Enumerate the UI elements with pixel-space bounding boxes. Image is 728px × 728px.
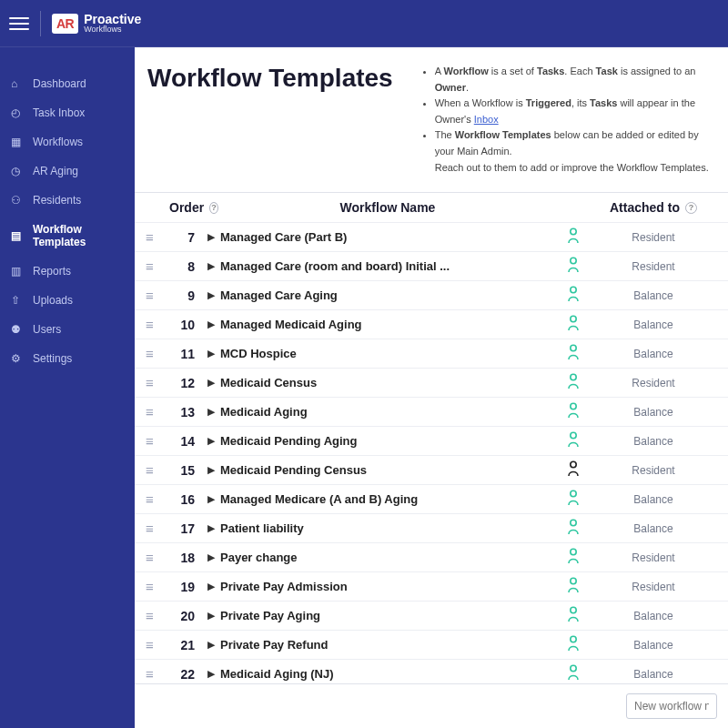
drag-handle-icon[interactable]: ≡ bbox=[146, 288, 169, 303]
col-order-label: Order bbox=[169, 200, 204, 215]
drag-handle-icon[interactable]: ≡ bbox=[146, 579, 169, 594]
resident-badge-icon bbox=[557, 344, 590, 363]
sidebar-item-residents[interactable]: ⚇Residents bbox=[0, 186, 135, 215]
svg-point-3 bbox=[571, 316, 576, 321]
resident-badge-icon bbox=[557, 519, 590, 538]
drag-handle-icon[interactable]: ≡ bbox=[146, 258, 169, 274]
sidebar-item-task-inbox[interactable]: ◴Task Inbox bbox=[0, 98, 135, 127]
workflow-name[interactable]: Managed Care (Part B) bbox=[220, 230, 557, 244]
resident-badge-icon bbox=[557, 431, 590, 450]
table-row: ≡14▶Medicaid Pending AgingBalance bbox=[135, 426, 728, 455]
sidebar-item-uploads[interactable]: ⇧Uploads bbox=[0, 286, 135, 315]
expand-toggle[interactable]: ▶ bbox=[202, 348, 220, 359]
workflow-name[interactable]: Managed Care (room and board) Initial ..… bbox=[220, 259, 557, 273]
expand-toggle[interactable]: ▶ bbox=[202, 551, 220, 563]
attached-to: Resident bbox=[590, 551, 717, 564]
drag-handle-icon[interactable]: ≡ bbox=[146, 404, 169, 420]
clock-icon: ◷ bbox=[11, 165, 24, 177]
workflow-name[interactable]: Patient liability bbox=[220, 521, 557, 535]
drag-handle-icon[interactable]: ≡ bbox=[146, 317, 169, 332]
menu-toggle[interactable] bbox=[9, 14, 29, 34]
expand-toggle[interactable]: ▶ bbox=[202, 493, 220, 505]
intro-text: A Workflow is a set of Tasks. Each Task … bbox=[420, 64, 715, 176]
svg-point-7 bbox=[571, 432, 576, 438]
expand-toggle[interactable]: ▶ bbox=[202, 668, 220, 680]
sidebar-item-label: Reports bbox=[33, 265, 71, 278]
sidebar-item-settings[interactable]: ⚙Settings bbox=[0, 344, 135, 373]
expand-toggle[interactable]: ▶ bbox=[202, 231, 220, 243]
drag-handle-icon[interactable]: ≡ bbox=[146, 491, 169, 507]
expand-toggle[interactable]: ▶ bbox=[202, 406, 220, 418]
inbox-link[interactable]: Inbox bbox=[474, 114, 499, 125]
resident-badge-icon bbox=[557, 548, 590, 567]
expand-toggle[interactable]: ▶ bbox=[202, 581, 220, 592]
drag-handle-icon[interactable]: ≡ bbox=[146, 433, 169, 449]
order-number: 12 bbox=[169, 376, 202, 390]
sidebar-item-label: Uploads bbox=[33, 294, 73, 307]
svg-point-1 bbox=[571, 258, 576, 263]
attached-to: Resident bbox=[590, 231, 717, 244]
attached-to: Resident bbox=[590, 581, 717, 593]
drag-handle-icon[interactable]: ≡ bbox=[146, 637, 169, 652]
drag-handle-icon[interactable]: ≡ bbox=[146, 550, 169, 565]
workflow-name[interactable]: Private Pay Admission bbox=[220, 580, 557, 593]
sidebar-item-dashboard[interactable]: ⌂Dashboard bbox=[0, 69, 135, 98]
workflow-name[interactable]: Managed Care Aging bbox=[220, 288, 557, 302]
expand-toggle[interactable]: ▶ bbox=[202, 464, 220, 476]
sidebar-item-workflow-templates[interactable]: ▤Workflow Templates bbox=[0, 215, 135, 257]
brand-logo[interactable]: AR Proactive Workflows bbox=[52, 13, 141, 34]
svg-point-13 bbox=[571, 607, 576, 612]
table-row: ≡21▶Private Pay RefundBalance bbox=[135, 630, 728, 659]
expand-toggle[interactable]: ▶ bbox=[202, 260, 220, 272]
attached-to: Balance bbox=[590, 348, 717, 360]
workflow-name[interactable]: Medicaid Pending Aging bbox=[220, 434, 557, 448]
expand-toggle[interactable]: ▶ bbox=[202, 435, 220, 447]
drag-handle-icon[interactable]: ≡ bbox=[146, 521, 169, 536]
workflow-name[interactable]: Managed Medicaid Aging bbox=[220, 318, 557, 331]
expand-toggle[interactable]: ▶ bbox=[202, 610, 220, 622]
workflow-name[interactable]: Managed Medicare (A and B) Aging bbox=[220, 492, 557, 506]
home-icon: ⌂ bbox=[11, 77, 24, 90]
sidebar-item-label: Residents bbox=[33, 194, 81, 207]
expand-toggle[interactable]: ▶ bbox=[202, 522, 220, 534]
drag-handle-icon[interactable]: ≡ bbox=[146, 462, 169, 478]
workflow-name[interactable]: MCD Hospice bbox=[220, 347, 557, 360]
sidebar-item-label: Users bbox=[33, 323, 61, 336]
workflow-name[interactable]: Medicaid Pending Census bbox=[220, 463, 557, 477]
help-icon[interactable]: ? bbox=[685, 202, 697, 214]
attached-to: Balance bbox=[590, 668, 717, 681]
table-row: ≡20▶Private Pay AgingBalance bbox=[135, 601, 728, 630]
drag-handle-icon[interactable]: ≡ bbox=[146, 375, 169, 390]
sidebar-item-workflows[interactable]: ▦Workflows bbox=[0, 127, 135, 157]
sidebar-item-reports[interactable]: ▥Reports bbox=[0, 257, 135, 286]
sidebar-item-label: Settings bbox=[33, 352, 72, 365]
main-content: Workflow Templates A Workflow is a set o… bbox=[135, 47, 728, 728]
attached-to: Balance bbox=[590, 406, 717, 419]
drag-handle-icon[interactable]: ≡ bbox=[146, 229, 169, 245]
help-icon[interactable]: ? bbox=[209, 202, 218, 214]
drag-handle-icon[interactable]: ≡ bbox=[146, 666, 169, 682]
order-number: 19 bbox=[169, 580, 202, 594]
resident-badge-icon bbox=[557, 664, 590, 683]
sidebar-item-label: Task Inbox bbox=[33, 106, 85, 119]
expand-toggle[interactable]: ▶ bbox=[202, 377, 220, 389]
table-row: ≡15▶Medicaid Pending CensusResident bbox=[135, 455, 728, 484]
attached-to: Balance bbox=[590, 610, 717, 622]
workflow-name[interactable]: Medicaid Aging bbox=[220, 405, 557, 419]
table-row: ≡16▶Managed Medicare (A and B) AgingBala… bbox=[135, 484, 728, 513]
expand-toggle[interactable]: ▶ bbox=[202, 289, 220, 301]
sidebar: ⌂Dashboard◴Task Inbox▦Workflows◷AR Aging… bbox=[0, 47, 135, 728]
workflow-name[interactable]: Payer change bbox=[220, 551, 557, 564]
workflow-name[interactable]: Medicaid Census bbox=[220, 376, 557, 389]
workflow-name[interactable]: Private Pay Aging bbox=[220, 609, 557, 622]
sidebar-item-ar-aging[interactable]: ◷AR Aging bbox=[0, 157, 135, 186]
sidebar-item-users[interactable]: ⚉Users bbox=[0, 315, 135, 344]
workflow-name[interactable]: Medicaid Aging (NJ) bbox=[220, 667, 557, 681]
new-workflow-input[interactable] bbox=[626, 693, 717, 719]
expand-toggle[interactable]: ▶ bbox=[202, 639, 220, 651]
drag-handle-icon[interactable]: ≡ bbox=[146, 346, 169, 361]
expand-toggle[interactable]: ▶ bbox=[202, 318, 220, 330]
drag-handle-icon[interactable]: ≡ bbox=[146, 608, 169, 623]
resident-badge-icon bbox=[557, 577, 590, 596]
workflow-name[interactable]: Private Pay Refund bbox=[220, 638, 557, 652]
